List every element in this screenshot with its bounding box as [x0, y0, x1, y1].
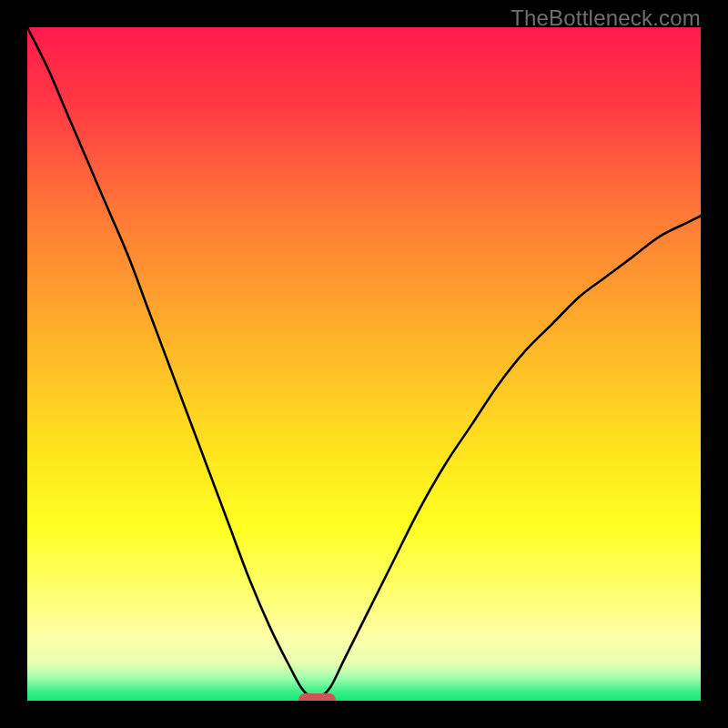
- frame: TheBottleneck.com: [0, 0, 728, 728]
- curve-left-branch: [27, 27, 317, 701]
- min-marker: [298, 693, 336, 701]
- curve-right-branch: [317, 216, 701, 701]
- bottleneck-curve: [27, 27, 701, 701]
- plot-area: [27, 27, 701, 701]
